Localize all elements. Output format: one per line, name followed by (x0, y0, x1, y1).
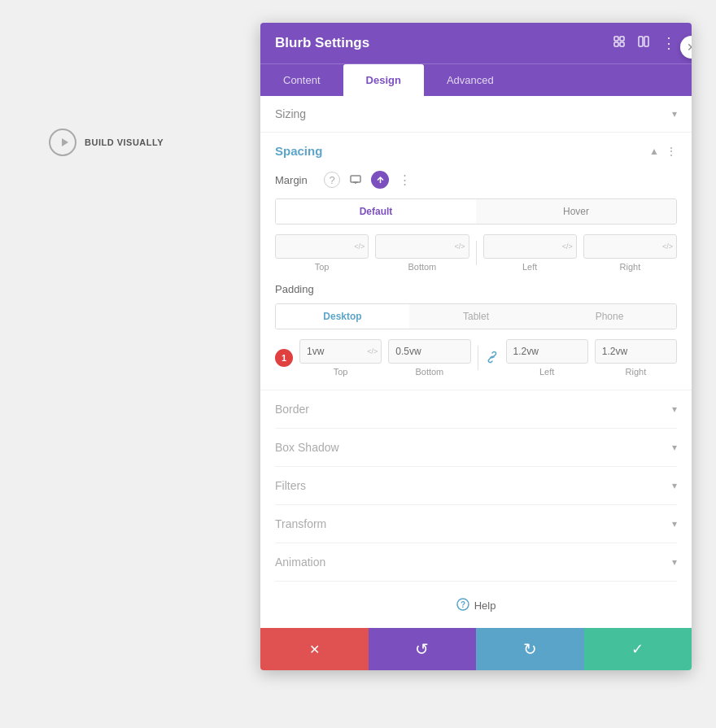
animation-label: Animation (275, 556, 325, 569)
margin-help-icon[interactable]: ? (324, 172, 340, 188)
device-tabs: Desktop Tablet Phone (275, 303, 677, 329)
filters-chevron-icon: ▾ (672, 480, 677, 491)
margin-active-icon[interactable] (371, 171, 389, 189)
padding-right-wrapper (595, 339, 677, 364)
padding-top-group: </> Top (299, 339, 382, 377)
transform-chevron-icon: ▾ (672, 518, 677, 530)
spacing-collapse-icon[interactable]: ▲ (649, 146, 659, 157)
panel-header: Blurb Settings ⋮ (260, 23, 692, 63)
padding-left-input[interactable] (506, 339, 588, 364)
expand-icon[interactable] (613, 35, 626, 51)
box-shadow-chevron-icon: ▾ (672, 442, 677, 453)
spacing-header-right: ▲ ⋮ (649, 145, 677, 158)
margin-left-label: Left (522, 262, 537, 272)
redo-icon: ↻ (523, 639, 537, 659)
sizing-label: Sizing (275, 107, 306, 120)
more-options-icon[interactable]: ⋮ (661, 34, 677, 52)
margin-left-group: </> Left (483, 234, 577, 272)
border-label: Border (275, 403, 309, 416)
margin-options-icon[interactable]: ⋮ (395, 171, 413, 189)
margin-right-label: Right (620, 262, 641, 272)
svg-rect-4 (620, 42, 624, 46)
padding-inputs-row: 1 </> Top Bottom (275, 339, 677, 377)
svg-rect-1 (614, 37, 618, 41)
tab-advanced[interactable]: Advanced (424, 64, 517, 96)
spacing-more-icon[interactable]: ⋮ (666, 145, 677, 158)
sizing-section-row[interactable]: Sizing ▾ (260, 96, 692, 133)
tab-tablet[interactable]: Tablet (409, 304, 543, 329)
tab-hover[interactable]: Hover (476, 199, 676, 224)
tabs-bar: Content Design Advanced (260, 63, 692, 96)
border-chevron-icon: ▾ (672, 403, 677, 415)
padding-top-label: Top (334, 367, 348, 377)
transform-label: Transform (275, 517, 326, 530)
header-icons: ⋮ (613, 34, 677, 52)
tab-default[interactable]: Default (276, 199, 476, 224)
margin-label: Margin (275, 174, 317, 186)
padding-bottom-input[interactable] (388, 339, 470, 364)
margin-bottom-wrapper: </> (375, 234, 469, 259)
margin-left-code-icon: </> (562, 242, 573, 251)
padding-bottom-group: Bottom (388, 339, 470, 377)
cancel-icon: ✕ (309, 642, 320, 657)
save-icon: ✓ (631, 640, 644, 658)
svg-rect-2 (620, 37, 624, 41)
save-button[interactable]: ✓ (584, 628, 692, 670)
settings-panel: Blurb Settings ⋮ (260, 23, 692, 670)
tab-desktop[interactable]: Desktop (276, 304, 409, 329)
padding-left-wrapper (506, 339, 588, 364)
tab-content[interactable]: Content (260, 64, 343, 96)
padding-label: Padding (275, 283, 677, 295)
help-row[interactable]: ? Help (260, 582, 692, 628)
padding-bottom-label: Bottom (415, 367, 443, 377)
build-visually-section: BUILD VISUALLY (49, 129, 164, 156)
action-bar: ✕ ↺ ↻ ✓ (260, 628, 692, 670)
spacing-header: Spacing ▲ ⋮ (275, 144, 677, 158)
margin-top-group: </> Top (275, 234, 369, 272)
tab-design[interactable]: Design (343, 64, 424, 96)
columns-icon[interactable] (637, 35, 650, 51)
help-text: Help (474, 599, 496, 612)
redo-button[interactable]: ↻ (476, 628, 584, 670)
margin-right-group: </> Right (583, 234, 677, 272)
build-visually-label: BUILD VISUALLY (85, 137, 164, 147)
padding-divider (478, 346, 478, 370)
sizing-chevron-icon: ▾ (672, 108, 677, 120)
animation-section-row[interactable]: Animation ▾ (275, 543, 677, 582)
spacing-section: Spacing ▲ ⋮ Margin ? (260, 133, 692, 390)
border-section-row[interactable]: Border ▾ (275, 390, 677, 429)
margin-bottom-label: Bottom (408, 262, 436, 272)
cancel-button[interactable]: ✕ (260, 628, 369, 670)
filters-section-row[interactable]: Filters ▾ (275, 467, 677, 505)
margin-inputs-row: </> Top </> Bottom (275, 234, 677, 272)
padding-top-wrapper: </> (299, 339, 382, 364)
padding-bottom-wrapper (388, 339, 470, 364)
undo-icon: ↺ (415, 639, 429, 659)
svg-rect-6 (644, 37, 648, 46)
padding-link-icon[interactable] (485, 350, 500, 367)
svg-rect-3 (614, 42, 618, 46)
margin-right-code-icon: </> (662, 242, 673, 251)
padding-right-input[interactable] (595, 339, 677, 364)
help-icon: ? (456, 598, 469, 613)
padding-left-label: Left (539, 367, 554, 377)
svg-marker-0 (62, 138, 68, 146)
padding-badge: 1 (275, 349, 293, 367)
panel-title: Blurb Settings (275, 35, 369, 51)
play-button[interactable] (49, 129, 76, 156)
transform-section-row[interactable]: Transform ▾ (275, 505, 677, 543)
padding-left-group: Left (506, 339, 588, 377)
padding-section: Padding Desktop Tablet Phone 1 </> (275, 283, 677, 390)
margin-divider (476, 241, 477, 265)
margin-top-code-icon: </> (354, 242, 365, 251)
tab-phone[interactable]: Phone (543, 304, 676, 329)
padding-top-code-icon: </> (367, 347, 378, 355)
margin-bottom-code-icon: </> (454, 242, 465, 251)
padding-right-group: Right (595, 339, 677, 377)
box-shadow-section-row[interactable]: Box Shadow ▾ (275, 429, 677, 467)
margin-desktop-icon[interactable] (347, 171, 365, 189)
footer-sections: Border ▾ Box Shadow ▾ Filters ▾ Transfor… (260, 390, 692, 582)
margin-top-wrapper: </> (275, 234, 369, 259)
undo-button[interactable]: ↺ (369, 628, 477, 670)
margin-right-wrapper: </> (583, 234, 677, 259)
